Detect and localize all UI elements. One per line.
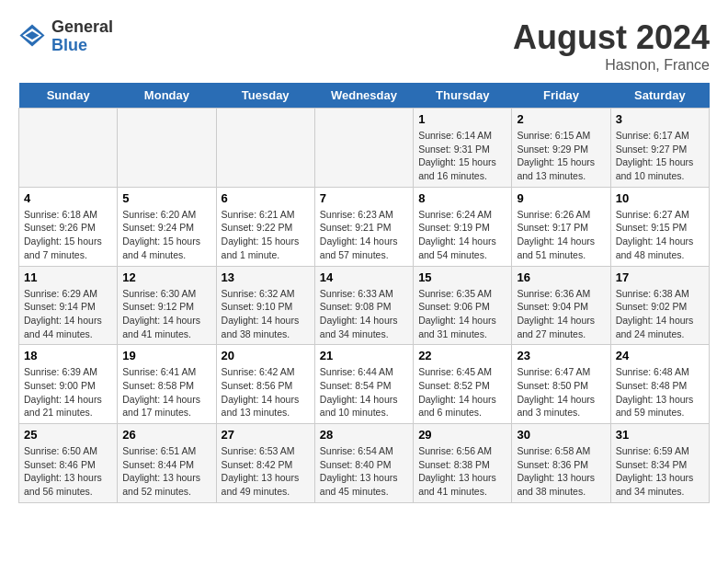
day-number: 18 <box>24 349 112 362</box>
day-info: Sunrise: 6:35 AMSunset: 9:06 PMDaylight:… <box>418 287 506 341</box>
day-number: 28 <box>320 428 408 442</box>
day-info-line: Daylight: 14 hours and 21 minutes. <box>24 394 102 419</box>
calendar-cell: 20Sunrise: 6:42 AMSunset: 8:56 PMDayligh… <box>216 345 314 424</box>
logo-text: General Blue <box>51 18 113 55</box>
subtitle: Hasnon, France <box>513 57 710 74</box>
day-info-line: Sunrise: 6:33 AM <box>320 288 393 299</box>
day-info-line: Daylight: 15 hours and 4 minutes. <box>122 236 200 260</box>
day-info: Sunrise: 6:56 AMSunset: 8:38 PMDaylight:… <box>418 444 506 499</box>
logo-general-text: General <box>51 18 113 37</box>
day-number: 8 <box>418 191 506 205</box>
calendar-cell: 25Sunrise: 6:50 AMSunset: 8:46 PMDayligh… <box>19 424 118 503</box>
calendar-cell: 18Sunrise: 6:39 AMSunset: 9:00 PMDayligh… <box>19 345 118 424</box>
calendar-cell: 1Sunrise: 6:14 AMSunset: 9:31 PMDaylight… <box>414 109 512 188</box>
day-info-line: Sunrise: 6:51 AM <box>122 445 196 456</box>
day-info-line: Sunrise: 6:35 AM <box>418 288 492 299</box>
day-info-line: Daylight: 14 hours and 54 minutes. <box>418 236 496 260</box>
logo-icon <box>18 23 46 51</box>
calendar-cell: 30Sunrise: 6:58 AMSunset: 8:36 PMDayligh… <box>512 424 610 503</box>
day-info-line: Sunset: 9:22 PM <box>222 222 293 233</box>
day-number: 2 <box>517 112 605 126</box>
day-number: 30 <box>517 428 605 442</box>
weekday-header-tuesday: Tuesday <box>216 83 314 109</box>
day-info-line: Sunset: 9:02 PM <box>616 301 688 312</box>
day-info-line: Sunset: 9:17 PM <box>517 222 588 233</box>
day-number: 12 <box>122 270 210 284</box>
day-info-line: Daylight: 14 hours and 17 minutes. <box>122 394 200 419</box>
day-info-line: Sunrise: 6:30 AM <box>122 288 196 299</box>
day-info-line: Sunrise: 6:45 AM <box>418 366 492 377</box>
day-info-line: Daylight: 15 hours and 7 minutes. <box>24 236 102 260</box>
calendar-cell: 8Sunrise: 6:24 AMSunset: 9:19 PMDaylight… <box>414 187 512 266</box>
calendar-cell: 31Sunrise: 6:59 AMSunset: 8:34 PMDayligh… <box>610 424 709 503</box>
day-info: Sunrise: 6:38 AMSunset: 9:02 PMDaylight:… <box>616 287 704 341</box>
calendar-cell: 7Sunrise: 6:23 AMSunset: 9:21 PMDaylight… <box>314 187 413 266</box>
day-info-line: Daylight: 13 hours and 45 minutes. <box>320 472 398 497</box>
day-info-line: Sunrise: 6:39 AM <box>24 366 97 377</box>
day-info-line: Daylight: 15 hours and 10 minutes. <box>616 156 694 181</box>
day-info-line: Sunrise: 6:36 AM <box>517 288 590 299</box>
day-info-line: Daylight: 14 hours and 41 minutes. <box>122 315 200 339</box>
day-info: Sunrise: 6:58 AMSunset: 8:36 PMDaylight:… <box>517 444 605 499</box>
day-info-line: Sunrise: 6:17 AM <box>616 130 689 141</box>
weekday-header-sunday: Sunday <box>19 83 118 109</box>
day-info: Sunrise: 6:29 AMSunset: 9:14 PMDaylight:… <box>24 287 112 341</box>
day-info-line: Sunset: 9:21 PM <box>320 222 392 233</box>
day-info-line: Daylight: 14 hours and 57 minutes. <box>320 236 398 260</box>
weekday-header-thursday: Thursday <box>414 83 512 109</box>
day-info-line: Sunset: 9:15 PM <box>616 222 688 233</box>
calendar-cell <box>19 109 118 188</box>
calendar-cell: 17Sunrise: 6:38 AMSunset: 9:02 PMDayligh… <box>610 266 709 345</box>
day-info-line: Daylight: 14 hours and 38 minutes. <box>222 315 300 339</box>
day-info-line: Sunrise: 6:27 AM <box>616 209 689 220</box>
day-info-line: Sunset: 9:31 PM <box>418 144 490 155</box>
day-info-line: Sunrise: 6:24 AM <box>418 209 492 220</box>
day-info: Sunrise: 6:14 AMSunset: 9:31 PMDaylight:… <box>418 129 506 183</box>
day-info: Sunrise: 6:59 AMSunset: 8:34 PMDaylight:… <box>616 444 704 499</box>
calendar-cell: 21Sunrise: 6:44 AMSunset: 8:54 PMDayligh… <box>314 345 413 424</box>
calendar-cell <box>216 109 314 188</box>
weekday-row: SundayMondayTuesdayWednesdayThursdayFrid… <box>19 83 710 109</box>
weekday-header-saturday: Saturday <box>610 83 709 109</box>
day-info-line: Daylight: 13 hours and 38 minutes. <box>517 472 595 497</box>
day-info-line: Daylight: 14 hours and 51 minutes. <box>517 236 595 260</box>
day-info-line: Daylight: 13 hours and 52 minutes. <box>122 472 200 497</box>
day-info-line: Sunset: 9:06 PM <box>418 301 490 312</box>
day-info-line: Daylight: 13 hours and 34 minutes. <box>616 472 694 497</box>
day-info: Sunrise: 6:47 AMSunset: 8:50 PMDaylight:… <box>517 365 605 419</box>
day-info-line: Sunset: 8:36 PM <box>517 459 588 470</box>
day-info-line: Daylight: 14 hours and 3 minutes. <box>517 394 595 419</box>
day-number: 3 <box>616 112 704 126</box>
day-number: 1 <box>418 112 506 126</box>
day-info: Sunrise: 6:26 AMSunset: 9:17 PMDaylight:… <box>517 208 605 262</box>
day-number: 21 <box>320 349 408 362</box>
calendar-cell: 9Sunrise: 6:26 AMSunset: 9:17 PMDaylight… <box>512 187 610 266</box>
day-info: Sunrise: 6:48 AMSunset: 8:48 PMDaylight:… <box>616 365 704 419</box>
day-info-line: Sunset: 8:50 PM <box>517 380 588 391</box>
calendar-cell: 15Sunrise: 6:35 AMSunset: 9:06 PMDayligh… <box>414 266 512 345</box>
calendar-cell: 14Sunrise: 6:33 AMSunset: 9:08 PMDayligh… <box>314 266 413 345</box>
day-info-line: Sunrise: 6:42 AM <box>222 366 295 377</box>
calendar-cell: 12Sunrise: 6:30 AMSunset: 9:12 PMDayligh… <box>118 266 216 345</box>
day-info-line: Sunset: 8:54 PM <box>320 380 392 391</box>
title-block: August 2024 Hasnon, France <box>513 18 710 74</box>
day-info: Sunrise: 6:39 AMSunset: 9:00 PMDaylight:… <box>24 365 112 419</box>
day-number: 20 <box>222 349 310 362</box>
calendar-week-3: 11Sunrise: 6:29 AMSunset: 9:14 PMDayligh… <box>19 266 710 345</box>
calendar-week-1: 1Sunrise: 6:14 AMSunset: 9:31 PMDaylight… <box>19 109 710 188</box>
calendar-cell <box>314 109 413 188</box>
day-info-line: Sunset: 8:48 PM <box>616 380 688 391</box>
day-info-line: Sunrise: 6:59 AM <box>616 445 689 456</box>
day-info-line: Sunset: 9:08 PM <box>320 301 392 312</box>
calendar-cell: 2Sunrise: 6:15 AMSunset: 9:29 PMDaylight… <box>512 109 610 188</box>
calendar-cell: 16Sunrise: 6:36 AMSunset: 9:04 PMDayligh… <box>512 266 610 345</box>
day-info-line: Sunrise: 6:18 AM <box>24 209 97 220</box>
day-info-line: Sunrise: 6:21 AM <box>222 209 295 220</box>
calendar-week-5: 25Sunrise: 6:50 AMSunset: 8:46 PMDayligh… <box>19 424 710 503</box>
day-info: Sunrise: 6:27 AMSunset: 9:15 PMDaylight:… <box>616 208 704 262</box>
day-number: 25 <box>24 428 112 442</box>
day-number: 26 <box>122 428 210 442</box>
day-info: Sunrise: 6:33 AMSunset: 9:08 PMDaylight:… <box>320 287 408 341</box>
day-info-line: Daylight: 13 hours and 59 minutes. <box>616 394 694 419</box>
day-info-line: Daylight: 14 hours and 27 minutes. <box>517 315 595 339</box>
